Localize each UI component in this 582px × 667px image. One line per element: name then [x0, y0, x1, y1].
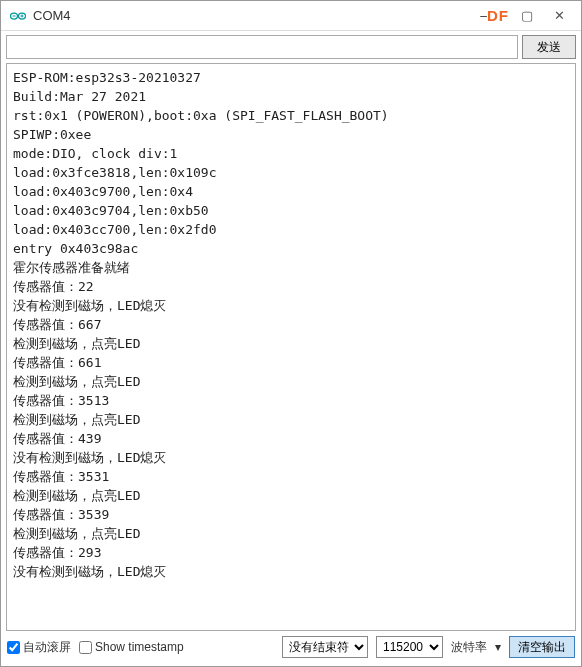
output-line: 传感器值：439 [13, 429, 569, 448]
baud-label: 波特率 [451, 639, 487, 656]
output-line: SPIWP:0xee [13, 125, 569, 144]
output-line: 没有检测到磁场，LED熄灭 [13, 562, 569, 581]
send-button[interactable]: 发送 [522, 35, 576, 59]
minimize-prefix: – [480, 9, 487, 23]
output-line: 没有检测到磁场，LED熄灭 [13, 448, 569, 467]
line-ending-select[interactable]: 没有结束符 [282, 636, 368, 658]
maximize-icon: ▢ [521, 8, 533, 23]
output-line: 传感器值：293 [13, 543, 569, 562]
output-line: load:0x403cc700,len:0x2fd0 [13, 220, 569, 239]
output-line: 检测到磁场，点亮LED [13, 524, 569, 543]
output-line: 传感器值：3539 [13, 505, 569, 524]
input-row: 发送 [1, 31, 581, 63]
window-title: COM4 [33, 8, 480, 23]
output-line: 检测到磁场，点亮LED [13, 372, 569, 391]
arduino-icon [9, 7, 27, 25]
output-line: 检测到磁场，点亮LED [13, 410, 569, 429]
timestamp-label: Show timestamp [95, 640, 184, 654]
output-line: load:0x3fce3818,len:0x109c [13, 163, 569, 182]
serial-output[interactable]: ESP-ROM:esp32s3-20210327Build:Mar 27 202… [6, 63, 576, 631]
serial-input[interactable] [6, 35, 518, 59]
df-logo: DF [487, 7, 509, 24]
maximize-button[interactable]: ▢ [513, 5, 541, 27]
output-line: entry 0x403c98ac [13, 239, 569, 258]
output-line: 检测到磁场，点亮LED [13, 334, 569, 353]
output-line: mode:DIO, clock div:1 [13, 144, 569, 163]
output-line: 检测到磁场，点亮LED [13, 486, 569, 505]
close-button[interactable]: ✕ [545, 5, 573, 27]
timestamp-checkbox[interactable]: Show timestamp [79, 640, 184, 654]
output-line: rst:0x1 (POWERON),boot:0xa (SPI_FAST_FLA… [13, 106, 569, 125]
titlebar: COM4 – DF ▢ ✕ [1, 1, 581, 31]
baud-select[interactable]: 115200 [376, 636, 443, 658]
autoscroll-checkbox[interactable]: 自动滚屏 [7, 639, 71, 656]
timestamp-input[interactable] [79, 641, 92, 654]
baud-dropdown-icon: ▾ [495, 640, 501, 654]
autoscroll-label: 自动滚屏 [23, 639, 71, 656]
output-line: 传感器值：3513 [13, 391, 569, 410]
output-line: 传感器值：661 [13, 353, 569, 372]
output-line: 传感器值：3531 [13, 467, 569, 486]
output-line: 传感器值：22 [13, 277, 569, 296]
autoscroll-input[interactable] [7, 641, 20, 654]
output-line: load:0x403c9700,len:0x4 [13, 182, 569, 201]
output-line: ESP-ROM:esp32s3-20210327 [13, 68, 569, 87]
output-line: 霍尔传感器准备就绪 [13, 258, 569, 277]
bottom-bar: 自动滚屏 Show timestamp 没有结束符 115200 波特率 ▾ 清… [1, 631, 581, 662]
output-line: 没有检测到磁场，LED熄灭 [13, 296, 569, 315]
window-controls: ▢ ✕ [513, 5, 573, 27]
output-line: 传感器值：667 [13, 315, 569, 334]
output-line: Build:Mar 27 2021 [13, 87, 569, 106]
clear-output-button[interactable]: 清空输出 [509, 636, 575, 658]
output-line: load:0x403c9704,len:0xb50 [13, 201, 569, 220]
close-icon: ✕ [554, 8, 565, 23]
